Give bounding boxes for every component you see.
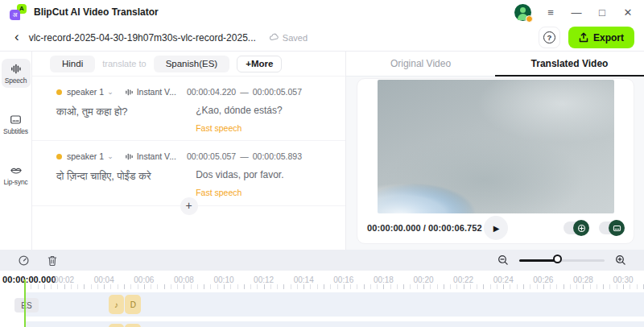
tick-label: 00:20 [413,275,433,284]
video-frame[interactable] [378,80,614,213]
timeline-tracks: ES ♪D ♪D [0,292,644,327]
time-dash: — [240,87,249,97]
voice-selector[interactable]: Instant V... [125,151,176,161]
minimize-icon[interactable]: — [570,7,583,18]
maximize-icon[interactable]: □ [596,7,609,18]
tick-label: 00:30 [613,275,633,284]
translated-audio-track[interactable]: ♪D [24,292,644,317]
help-button[interactable]: ? [539,27,560,48]
zoom-slider[interactable] [519,255,605,266]
zoom-out-icon[interactable] [497,255,509,266]
tab-translated-video[interactable]: Translated Video [495,52,644,76]
playback-speed-icon[interactable] [18,255,30,267]
sidebar-item-lipsync[interactable]: Lip-sync [2,160,31,189]
playhead-time-label: 00:00:00.000 [2,275,56,284]
timeline-clip[interactable]: ♪ [109,295,125,314]
app-logo-icon: A अ [10,4,27,20]
speaker-selector[interactable]: speaker 1 [67,87,104,97]
speaker-color-dot [56,154,62,159]
segment-row[interactable]: speaker 1 ⌄ Instant V... 00:00:05.057 [32,140,345,205]
project-header: ‹ vlc-record-2025-04-30-19h07m30s-vlc-re… [0,24,644,52]
logo-devanagari-bubble: अ [10,10,20,20]
tick-label: 00:04 [94,275,114,284]
back-button[interactable]: ‹ [14,30,19,43]
question-icon: ? [543,31,555,43]
sidebar-label-speech: Speech [5,77,27,85]
tick-label: 00:12 [254,275,274,284]
tick-label: 00:10 [213,275,233,284]
voice-name: Instant V... [137,87,176,97]
segment-row[interactable]: speaker 1 ⌄ Instant V... 00:00:04.220 [32,77,345,140]
chevron-down-icon: ⌄ [107,152,114,160]
zoom-slider-track [559,259,605,262]
sidebar-label-lipsync: Lip-sync [3,178,27,186]
titlebar: A अ BlipCut AI Video Translator ≡ — □ ✕ [0,0,644,24]
tick-label: 00:22 [453,275,473,284]
segment-timerange[interactable]: 00:00:04.220 — 00:00:05.057 [187,87,302,97]
timeline-ruler[interactable]: 00:00:00.000 00:0200:0400:0600:0800:1000… [0,271,644,292]
tick-label: 00:28 [573,275,593,284]
timeline-clip[interactable]: D [125,324,141,327]
speaker-selector[interactable]: speaker 1 [67,151,104,161]
captions-icon [613,224,621,233]
zoom-slider-knob[interactable] [553,255,562,263]
zoom-in-icon[interactable] [615,255,626,266]
avatar-premium-badge [526,15,533,23]
save-status: Saved [269,32,308,43]
voice-bars-icon [125,152,134,161]
tick-label: 00:08 [174,275,194,284]
subtitles-toggle[interactable] [599,221,624,234]
timeline-clip[interactable]: ♪ [109,324,125,327]
voice-selector[interactable]: Instant V... [125,87,176,97]
sidebar-item-speech[interactable]: Speech [2,59,31,88]
trash-icon[interactable] [47,255,58,267]
tick-label: 00:14 [294,275,314,284]
chevron-down-icon: ⌄ [107,88,114,96]
segment-divider: + [32,205,345,206]
more-languages-button[interactable]: +More [237,56,282,72]
original-audio-track[interactable]: ♪D [24,321,644,327]
avatar-person-icon [520,7,526,13]
translated-subtitle-text[interactable]: ¿Kao, dónde estás? [196,105,324,116]
timeline-zoom-controls [497,255,626,266]
tick-label: 00:16 [333,275,353,284]
playhead-line[interactable] [24,279,26,327]
waveform-icon [10,63,22,75]
save-status-label: Saved [283,33,308,43]
source-language-selector[interactable]: Hindi [50,56,95,72]
close-icon[interactable]: ✕ [621,7,634,18]
tab-original-video[interactable]: Original Video [346,52,495,76]
add-segment-button[interactable]: + [180,197,198,215]
segment-timerange[interactable]: 00:00:05.057 — 00:00:05.893 [187,151,302,161]
time-dash: — [240,151,249,161]
subtitles-toggle-knob [609,220,625,236]
translated-subtitle-text[interactable]: Dos vidas, por favor. [196,169,324,180]
project-filename[interactable]: vlc-record-2025-04-30-19h07m30s-vlc-reco… [29,32,256,43]
export-label: Export [593,32,624,43]
captions-icon [10,114,22,126]
ruler-tick-marks [24,284,644,289]
export-button[interactable]: Export [568,27,634,48]
tick-label: 00:18 [374,275,394,284]
source-subtitle-text[interactable]: काओ, तुम कहा हो? [56,105,196,133]
segment-start: 00:00:05.057 [187,151,236,161]
voice-name: Instant V... [137,151,176,161]
timeline-clip[interactable]: D [125,295,141,314]
segment-end: 00:00:05.893 [253,151,302,161]
video-preview-panel: Original Video Translated Video 00:00:00… [346,52,644,250]
translate-to-label: translate to [102,59,146,68]
source-subtitle-text[interactable]: दो ज़िन्दा चाहिए, पोईंड करे [56,169,196,197]
user-avatar[interactable] [514,4,531,21]
language-bar: Hindi translate to Spanish(ES) +More [32,52,345,77]
player-controls: 00:00:00.000 / 00:00:06.752 ▶ [357,213,634,243]
preview-tabs: Original Video Translated Video [346,52,644,77]
sidebar-item-subtitles[interactable]: Subtitles [2,110,31,139]
dubbing-toggle[interactable] [564,221,588,234]
menu-icon[interactable]: ≡ [544,7,557,18]
sidebar: Speech Subtitles Lip-sync [0,52,32,250]
target-language-selector[interactable]: Spanish(ES) [154,56,230,72]
voice-bars-icon [125,88,134,97]
speaker-color-dot [56,89,62,95]
play-button[interactable]: ▶ [484,216,508,240]
timeline-section: 00:00:00.000 00:0200:0400:0600:0800:1000… [0,250,644,327]
